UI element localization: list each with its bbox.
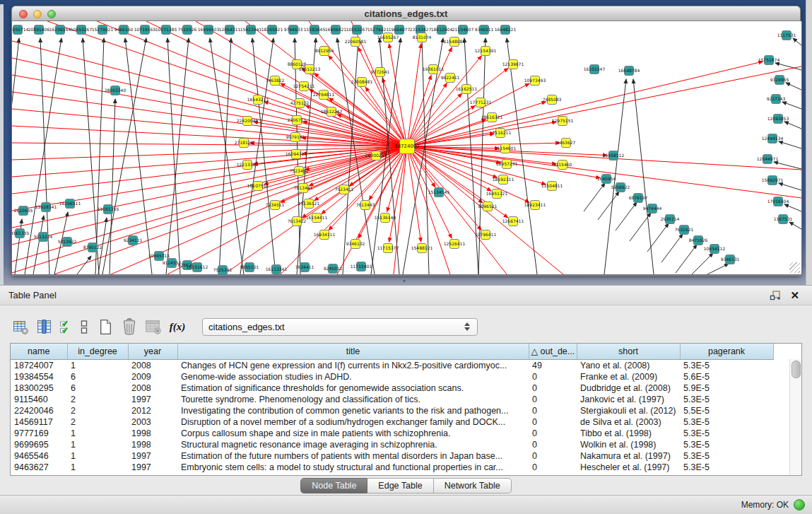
network-node[interactable]: 2718126 bbox=[235, 139, 254, 148]
table-cell[interactable]: 1 bbox=[67, 428, 128, 439]
table-cell[interactable]: 1998 bbox=[128, 428, 177, 439]
table-source-select[interactable]: citations_edges.txt bbox=[202, 318, 478, 336]
table-cell[interactable]: Franke et al. (2009) bbox=[577, 371, 680, 382]
network-node[interactable]: 8912954 bbox=[315, 47, 334, 56]
table-cell[interactable]: 6 bbox=[67, 371, 128, 382]
table-cell[interactable]: 0 bbox=[529, 371, 577, 382]
table-row[interactable]: 1872400712008Changes of HCN gene express… bbox=[11, 359, 773, 371]
table-cell[interactable]: 0 bbox=[529, 462, 577, 473]
window-resize-grip[interactable] bbox=[789, 262, 800, 273]
memory-status-icon[interactable] bbox=[794, 499, 805, 510]
table-row[interactable]: 911546021997Tourette syndrome. Phenomeno… bbox=[11, 394, 773, 405]
network-node[interactable]: 8790122 bbox=[83, 243, 102, 252]
table-cell[interactable]: 5.3E-5 bbox=[680, 359, 773, 371]
network-node[interactable]: 18612904 bbox=[431, 25, 453, 35]
network-node[interactable]: 10553267 bbox=[346, 25, 368, 35]
network-node[interactable]: 15928341 bbox=[35, 203, 57, 212]
network-graph[interactable]: 2405571420891406162065541065326715279021… bbox=[12, 21, 801, 274]
table-row[interactable]: 2242004622012Investigating the contribut… bbox=[11, 405, 773, 416]
network-node[interactable]: 10071385 bbox=[155, 25, 177, 35]
column-header-name[interactable]: name bbox=[11, 344, 67, 359]
network-node[interactable]: 9474444 bbox=[643, 204, 662, 214]
table-cell[interactable]: 9463627 bbox=[11, 462, 67, 473]
network-node[interactable]: 10653267 bbox=[71, 25, 93, 35]
network-node[interactable]: 9245012 bbox=[324, 264, 343, 274]
network-node[interactable]: 16094311 bbox=[286, 150, 307, 159]
table-cell[interactable]: 0 bbox=[529, 394, 577, 405]
network-node[interactable]: 12667411 bbox=[502, 217, 524, 226]
column-header-short[interactable]: short bbox=[577, 344, 680, 359]
table-cell[interactable]: Tourette syndrome. Phenomenology and cla… bbox=[177, 394, 529, 405]
network-node[interactable]: 16206554 bbox=[49, 25, 71, 35]
network-node[interactable]: 7523411 bbox=[335, 185, 354, 194]
table-cell[interactable]: Embryonic stem cells: a model to study s… bbox=[177, 462, 529, 473]
table-cell[interactable]: 2009 bbox=[128, 371, 177, 382]
table-cell[interactable]: 18300295 bbox=[11, 382, 67, 394]
network-node[interactable]: 9622411 bbox=[441, 74, 460, 83]
network-node[interactable]: 9161355 bbox=[12, 229, 30, 238]
table-cell[interactable]: 9777169 bbox=[11, 428, 67, 439]
network-node[interactable]: 7634411 bbox=[295, 263, 314, 272]
network-node[interactable]: 16543211 bbox=[247, 95, 269, 105]
network-node[interactable]: 10654112 bbox=[704, 245, 726, 254]
network-node[interactable]: 15134545 bbox=[428, 188, 450, 197]
network-node[interactable]: 20891406 bbox=[28, 25, 50, 35]
network-node[interactable]: 16648221 bbox=[495, 25, 517, 35]
table-cell[interactable]: Estimation of the future numbers of pati… bbox=[177, 450, 529, 462]
table-cell[interactable]: 2 bbox=[67, 394, 128, 405]
table-cell[interactable]: 2012 bbox=[128, 405, 177, 416]
network-node[interactable]: 16951321 bbox=[486, 189, 508, 199]
table-row[interactable]: 946362711997Embryonic stem cells: a mode… bbox=[11, 462, 773, 473]
network-node[interactable]: 16151612 bbox=[187, 263, 208, 272]
table-row[interactable]: 977716911998Corpus callosum shape and si… bbox=[11, 428, 773, 439]
table-row[interactable]: 1830029562008Estimation of significance … bbox=[11, 382, 773, 394]
table-cell[interactable]: Dudbridge et al. (2008) bbox=[577, 382, 680, 394]
scrollbar-thumb[interactable] bbox=[792, 361, 801, 378]
network-node[interactable]: 7613441 bbox=[294, 184, 313, 193]
table-cell[interactable]: 2 bbox=[67, 416, 128, 428]
clear-selection-icon[interactable] bbox=[78, 317, 90, 336]
network-node[interactable]: 11715401 bbox=[351, 262, 372, 271]
network-window-titlebar[interactable]: citations_edges.txt bbox=[11, 6, 801, 21]
column-header-in_degree[interactable]: in_degree bbox=[67, 344, 128, 359]
table-cell[interactable]: 0 bbox=[529, 405, 577, 416]
column-header-title[interactable]: title bbox=[177, 344, 529, 359]
network-node[interactable]: 10965311 bbox=[148, 252, 170, 261]
table-cell[interactable]: 5.9E-5 bbox=[680, 382, 773, 394]
table-cell[interactable]: Genome-wide association studies in ADHD. bbox=[177, 371, 529, 382]
table-cell[interactable]: 5.3E-5 bbox=[680, 416, 773, 428]
table-row[interactable]: 1456911722003Disruption of a novel membe… bbox=[11, 416, 773, 428]
import-table-icon[interactable] bbox=[144, 317, 163, 336]
network-node[interactable]: 9772641 bbox=[371, 68, 390, 77]
table-cell[interactable]: 14569117 bbox=[11, 416, 67, 428]
network-node[interactable]: 16154411 bbox=[306, 214, 328, 223]
network-node[interactable]: 12064311 bbox=[219, 25, 241, 35]
network-node[interactable]: 7523451 bbox=[290, 167, 309, 176]
network-node[interactable]: 28053340 bbox=[105, 86, 126, 95]
float-panel-icon[interactable] bbox=[769, 289, 782, 302]
network-node[interactable]: 15136121 bbox=[298, 199, 320, 209]
table-row[interactable]: 969969511998Structural magnetic resonanc… bbox=[11, 439, 773, 450]
table-cell[interactable]: 9699695 bbox=[11, 439, 67, 450]
network-node[interactable]: 16162511 bbox=[456, 85, 478, 94]
table-cell[interactable]: 49 bbox=[529, 359, 577, 371]
network-node[interactable]: 7234511 bbox=[266, 201, 285, 210]
network-node[interactable]: 9346131 bbox=[721, 255, 740, 264]
network-node[interactable]: 18923411 bbox=[524, 201, 546, 210]
table-cell[interactable]: 5.3E-5 bbox=[680, 394, 773, 405]
table-cell[interactable]: 5.5E-5 bbox=[680, 405, 773, 416]
table-cell[interactable]: 0 bbox=[529, 439, 577, 450]
network-node[interactable]: 16206511 bbox=[59, 199, 81, 209]
network-node[interactable]: 18592311 bbox=[493, 175, 514, 185]
network-node[interactable]: 7632621 bbox=[675, 226, 694, 235]
table-column-icon[interactable] bbox=[35, 317, 54, 336]
table-cell[interactable]: 0 bbox=[529, 428, 577, 439]
network-node[interactable]: 10719165 bbox=[134, 25, 156, 35]
network-node[interactable]: 18616321 bbox=[481, 113, 503, 122]
network-node[interactable]: 22060581 bbox=[345, 37, 367, 47]
network-node[interactable]: 11583645 bbox=[304, 25, 326, 35]
table-cell[interactable]: Nakamura et al. (1997) bbox=[577, 450, 680, 462]
table-cell[interactable]: 5.3E-5 bbox=[680, 462, 773, 473]
network-node[interactable]: 12975151 bbox=[552, 117, 574, 126]
table-cell[interactable]: Estimation of significance thresholds fo… bbox=[177, 382, 529, 394]
